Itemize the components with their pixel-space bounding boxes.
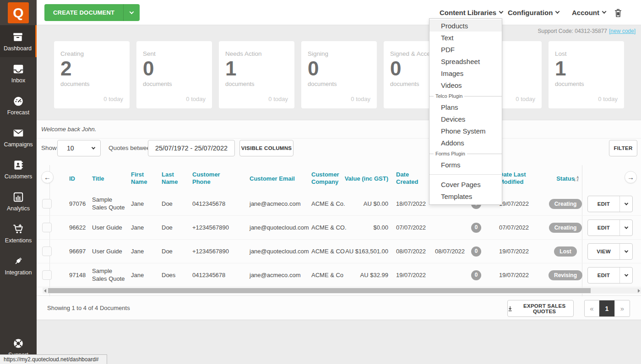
scrollbar-thumb[interactable] — [48, 288, 591, 293]
sidebar-item-customers[interactable]: Customers — [0, 153, 37, 185]
support-code: Support Code: 04312-35877[new code] — [538, 28, 636, 34]
row-action-button[interactable]: EDIT — [587, 219, 633, 236]
chevron-down-icon — [624, 249, 628, 252]
menu-item-products[interactable]: Products — [429, 20, 502, 32]
stat-card[interactable]: Needs Action 1 documents 0 today — [219, 41, 294, 108]
visible-columns-button[interactable]: VISIBLE COLUMNS — [239, 140, 293, 156]
sidebar-item-inbox[interactable]: Inbox — [0, 57, 37, 89]
pagination-prev-button[interactable]: « — [585, 300, 599, 316]
row-action-button[interactable]: EDIT — [587, 267, 633, 284]
column-header-status[interactable]: Status — [546, 175, 585, 182]
filter-button[interactable]: FILTER — [609, 140, 637, 156]
row-checkbox[interactable] — [42, 270, 52, 280]
stat-card-unit: documents — [308, 80, 370, 87]
stat-card-unit: documents — [60, 80, 123, 87]
sidebar-item-analytics[interactable]: Analytics — [0, 185, 37, 217]
divider — [37, 138, 641, 139]
menu-item-cover-pages[interactable]: Cover Pages — [429, 178, 502, 190]
row-action-caret[interactable] — [619, 196, 632, 212]
export-sales-quotes-button[interactable]: EXPORT SALES QUOTES — [507, 300, 574, 317]
app-logo[interactable]: Q — [0, 0, 37, 25]
scrollbar-left-arrow-icon[interactable] — [43, 289, 47, 293]
row-checkbox[interactable] — [42, 246, 52, 256]
campaigns-icon — [12, 127, 24, 139]
column-header-phone[interactable]: Customer Phone — [192, 171, 225, 187]
stat-card-today: 0 today — [103, 96, 123, 102]
stat-card-value: 1 — [225, 57, 288, 80]
pagination-page-1[interactable]: 1 — [599, 300, 615, 316]
row-action-button[interactable]: EDIT — [587, 196, 633, 212]
customers-icon — [12, 159, 24, 171]
stat-card-title: Lost — [555, 50, 618, 57]
menu-item-spreadsheet[interactable]: Spreadsheet — [429, 55, 502, 67]
menu-item-forms[interactable]: Forms — [429, 159, 502, 171]
row-action-caret[interactable] — [619, 244, 632, 259]
stat-card-unit: documents — [143, 80, 206, 87]
table-footer: Showing 1 to 4 of 4 Documents EXPORT SAL… — [37, 295, 641, 321]
scroll-right-button[interactable]: → — [625, 171, 637, 183]
row-checkbox[interactable] — [42, 199, 52, 209]
scrollbar-right-arrow-icon[interactable] — [636, 289, 641, 293]
cell-title: Sample Sales Quote — [92, 196, 125, 212]
stat-card[interactable]: Sent 0 documents 0 today — [136, 41, 212, 108]
menu-item-devices[interactable]: Devices — [429, 113, 502, 125]
column-header-title[interactable]: Title — [92, 175, 125, 182]
row-action-button[interactable]: VIEW — [587, 243, 633, 260]
pagination-next-button[interactable]: » — [615, 300, 630, 316]
scroll-left-button[interactable]: ← — [41, 171, 54, 183]
nav-account[interactable]: Account — [572, 0, 606, 25]
stat-card[interactable]: Creating 2 documents 0 today — [54, 41, 130, 108]
status-badge: Creating — [549, 222, 582, 232]
cell-customer-phone: +1234567890 — [192, 224, 225, 232]
column-header-last[interactable]: Last Name — [162, 171, 182, 187]
cell-date-sent: 08/07/2022 — [435, 247, 469, 256]
cell-first-name: Jane — [131, 200, 153, 208]
cell-date-created: 19/07/2022 — [396, 271, 424, 279]
table-row: 96622 User Guide Jane Doe +1234567890 ja… — [37, 216, 641, 240]
row-checkbox[interactable] — [42, 223, 52, 232]
stat-card[interactable]: Signing 0 documents 0 today — [301, 41, 377, 108]
cell-customer-email: jane@acmeco.com — [250, 271, 311, 279]
row-action-caret[interactable] — [619, 268, 632, 283]
column-header-created[interactable]: Date Created — [396, 171, 424, 187]
stat-card-today: 0 today — [516, 96, 535, 102]
sidebar-item-integration[interactable]: Integration — [0, 249, 37, 281]
sidebar-item-campaigns[interactable]: Campaigns — [0, 121, 37, 153]
menu-item-templates[interactable]: Templates — [429, 190, 502, 202]
nav-configuration[interactable]: Configuration — [508, 0, 559, 25]
sidebar-item-forecast[interactable]: Forecast — [0, 89, 37, 121]
menu-item-text[interactable]: Text — [429, 32, 502, 43]
column-header-email[interactable]: Customer Email — [250, 175, 311, 182]
documents-panel: Welcome back John. Show 10 Quotes betwee… — [37, 120, 641, 320]
stat-card[interactable]: Lost 1 documents 0 today — [549, 41, 624, 108]
menu-item-plans[interactable]: Plans — [429, 101, 502, 113]
row-action-caret[interactable] — [619, 220, 632, 236]
column-header-value[interactable]: Value (inc GST) — [339, 175, 388, 182]
page-size-select[interactable]: 10 — [57, 140, 101, 156]
row-action-label: EDIT — [588, 268, 619, 283]
horizontal-scrollbar[interactable] — [43, 288, 641, 294]
cell-last-name: Doe — [162, 224, 182, 232]
create-document-button[interactable]: CREATE DOCUMENT — [44, 4, 140, 21]
row-action-label: VIEW — [588, 244, 619, 259]
chevron-down-icon — [624, 201, 628, 205]
sidebar-item-label: Extentions — [5, 237, 32, 244]
stat-card-unit: documents — [225, 80, 288, 87]
sidebar-item-extentions[interactable]: Extentions — [0, 217, 37, 249]
create-document-caret[interactable] — [123, 4, 140, 21]
menu-item-phone-system[interactable]: Phone System — [429, 125, 502, 137]
column-header-modified[interactable]: Date Last Modified — [499, 171, 531, 187]
column-header-first[interactable]: First Name — [131, 171, 153, 187]
sidebar-item-dashboard[interactable]: Dashboard — [0, 25, 37, 57]
menu-item-pdf[interactable]: PDF — [429, 43, 502, 55]
stat-card-title: Needs Action — [225, 50, 288, 57]
menu-item-videos[interactable]: Videos — [429, 79, 502, 91]
new-code-link[interactable]: [new code] — [609, 28, 636, 34]
date-range-input[interactable] — [148, 140, 235, 156]
stat-card-today: 0 today — [186, 96, 206, 102]
column-header-id[interactable]: ID — [69, 175, 87, 182]
menu-item-images[interactable]: Images — [429, 67, 502, 79]
menu-item-addons[interactable]: Addons — [429, 137, 502, 149]
trash-icon[interactable] — [613, 7, 624, 18]
stat-card-value: 1 — [555, 57, 618, 80]
